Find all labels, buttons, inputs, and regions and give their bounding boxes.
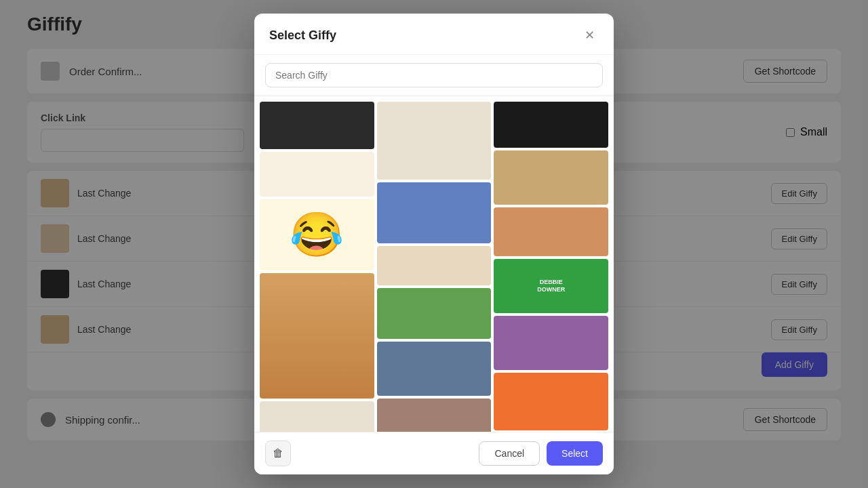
gif-item-dog[interactable] [260, 273, 374, 399]
trash-icon: 🗑 [273, 447, 283, 460]
modal-footer: 🗑 Cancel Select [254, 432, 614, 474]
gif-item-1[interactable] [260, 102, 374, 149]
gif-item-show[interactable] [377, 182, 492, 243]
gif-col-left: 😂 [260, 102, 374, 432]
modal-search-area [254, 55, 614, 96]
modal-close-button[interactable]: ✕ [580, 26, 599, 45]
gif-item-kid[interactable] [494, 373, 608, 430]
gif-item-road[interactable] [377, 288, 492, 339]
gif-item-bottom-left[interactable] [260, 401, 374, 432]
gif-grid-area[interactable]: 😂 [254, 96, 614, 432]
gif-item-gwyneth[interactable] [494, 150, 608, 205]
delete-gif-button[interactable]: 🗑 [265, 441, 291, 466]
gif-item-debbie[interactable]: DEBBIE DOWNER [494, 259, 608, 313]
cancel-button[interactable]: Cancel [479, 441, 540, 466]
gif-item-emoji[interactable]: 😂 [260, 199, 374, 270]
modal-footer-buttons: Cancel Select [479, 441, 603, 466]
select-button[interactable]: Select [547, 441, 603, 466]
gif-item-street[interactable] [377, 342, 492, 396]
gif-col-right: DEBBIE DOWNER [494, 102, 608, 432]
gif-item-stranger[interactable] [494, 316, 608, 370]
gif-item-guitar[interactable] [494, 102, 608, 148]
gif-item-bedroom[interactable] [377, 399, 492, 432]
modal-overlay: Select Giffy ✕ 😂 [0, 0, 868, 488]
select-giffy-modal: Select Giffy ✕ 😂 [254, 14, 614, 474]
gif-columns: 😂 [260, 102, 608, 432]
gif-item-pink[interactable] [494, 207, 608, 256]
gif-item-sheep[interactable] [377, 102, 492, 180]
gif-item-4[interactable] [260, 152, 374, 197]
gif-item-ladies[interactable] [377, 246, 492, 285]
gif-search-input[interactable] [265, 63, 603, 87]
gif-col-mid [377, 102, 492, 432]
modal-title: Select Giffy [269, 28, 336, 43]
modal-header: Select Giffy ✕ [254, 14, 614, 55]
